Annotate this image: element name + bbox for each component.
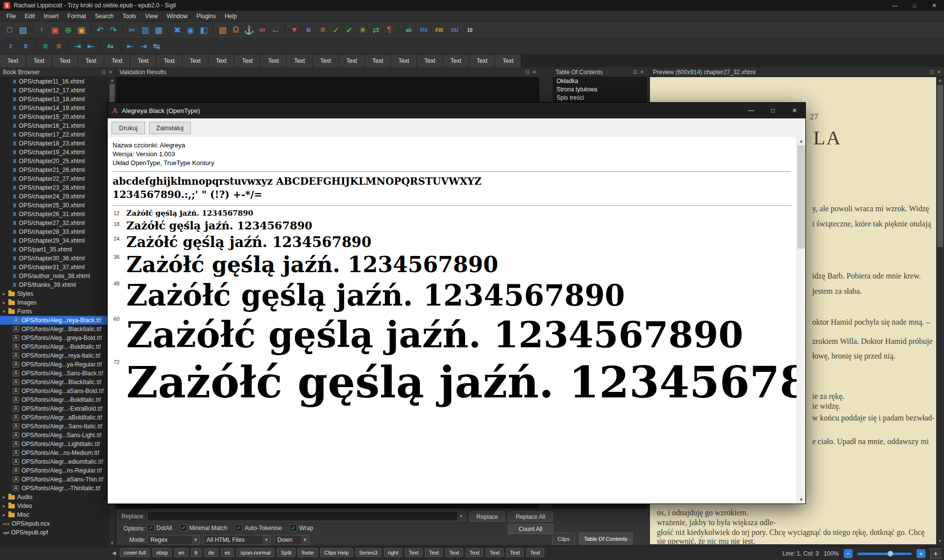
chevron-down-icon[interactable]: ▼	[263, 535, 270, 544]
spellcheck-icon[interactable]: ✓	[329, 24, 343, 37]
bullet-list-icon[interactable]: ≡	[52, 40, 65, 53]
remove-link-icon[interactable]: ←	[269, 24, 282, 37]
insert-link-icon[interactable]: ∞	[256, 24, 269, 37]
clip-button-cover-full[interactable]: cover-full	[120, 548, 150, 557]
tree-item[interactable]: AOPS/fonts/Alegr...BlackItalic.ttf	[0, 378, 109, 387]
tree-item[interactable]: XOPS/chapter11_16.xhtml	[0, 77, 109, 86]
close-panel-icon[interactable]: ✕	[532, 69, 536, 75]
tab-text[interactable]: Text	[0, 55, 26, 67]
copy-icon[interactable]: ▥	[139, 24, 152, 37]
tree-item[interactable]: XOPS/author_note_38.xhtml	[0, 272, 109, 280]
tree-item[interactable]: XOPS/chapter25_30.xhtml	[0, 201, 109, 210]
menu-help[interactable]: Help	[220, 11, 241, 21]
expand-arrow-icon[interactable]: ▸	[3, 504, 8, 508]
clip-button-right[interactable]: right	[384, 548, 402, 557]
clip-button-split[interactable]: Split	[277, 548, 295, 557]
fix-encoding-icon[interactable]: FIX	[432, 24, 447, 37]
count-all-button[interactable]: Count All	[508, 524, 553, 534]
add-item-icon[interactable]: ⊕	[61, 24, 75, 37]
replace-button[interactable]: Replace	[470, 511, 505, 522]
float-panel-icon[interactable]: ⊡	[633, 69, 637, 75]
toc-item[interactable]: Okładka	[553, 77, 647, 85]
tree-item[interactable]: XOPS/chapter22_27.xhtml	[0, 174, 109, 183]
tree-item[interactable]: XOPS/chapter15_20.xhtml	[0, 112, 109, 121]
delete-icon[interactable]: ✖	[171, 24, 184, 37]
tab-text[interactable]: Text	[208, 55, 235, 67]
preview-scrollbar[interactable]: ▲ ▼	[936, 77, 944, 544]
clip-button-span-normal[interactable]: span-normal	[236, 548, 274, 557]
files-select[interactable]: All HTML Files▼	[203, 535, 271, 545]
add-existing-file-icon[interactable]: ↑	[35, 24, 48, 37]
tab-text[interactable]: Text	[235, 55, 261, 67]
tree-item[interactable]: ncxOPS/epub.ncx	[0, 519, 109, 528]
tree-item[interactable]: AOPS/fonts/Alegr...Sans-Italic.ttf	[0, 422, 109, 431]
expand-arrow-icon[interactable]: ▸	[3, 300, 8, 305]
scroll-thumb[interactable]	[797, 145, 805, 249]
tree-item[interactable]: XOPS/chapter16_21.xhtml	[0, 121, 109, 130]
tree-item[interactable]: XOPS/chapter29_34.xhtml	[0, 236, 109, 245]
minimize-icon[interactable]: —	[885, 0, 905, 11]
install-button[interactable]: Zainstaluj	[149, 122, 191, 134]
menu-insert[interactable]: Insert	[39, 11, 63, 21]
donate-heart-icon[interactable]: ♥	[288, 24, 301, 37]
scroll-thumb[interactable]	[937, 85, 943, 247]
change-case-icon[interactable]: ab	[401, 24, 416, 37]
tree-item[interactable]: XOPS/chapter20_25.xhtml	[0, 157, 109, 166]
menu-plugins[interactable]: Plugins	[192, 11, 220, 21]
align-text-icon[interactable]: ≡	[39, 40, 52, 53]
clip-button-es[interactable]: es	[221, 548, 235, 557]
tab-text[interactable]: Text	[443, 55, 469, 67]
tree-item[interactable]: XOPS/thanks_39.xhtml	[0, 280, 109, 289]
tab-text[interactable]: Text	[130, 55, 156, 67]
cut-icon[interactable]: ✂	[125, 24, 139, 37]
tree-item[interactable]: XOPS/chapter30_36.xhtml	[0, 254, 109, 263]
tree-item[interactable]: XOPS/chapter13_18.xhtml	[0, 95, 109, 104]
option-auto-tokenise[interactable]: ✓Auto-Tokenise	[235, 524, 282, 532]
chevron-down-icon[interactable]: ▼	[301, 535, 309, 544]
scroll-up-icon[interactable]: ▲	[936, 78, 944, 83]
tree-item[interactable]: XOPS/chapter17_22.xhtml	[0, 130, 109, 139]
cursor-to-start-icon[interactable]: ⇤	[123, 40, 137, 53]
special-character-icon[interactable]: Ω	[229, 24, 242, 37]
zoom-slider[interactable]	[857, 553, 912, 555]
tree-item[interactable]: AOPS/fonts/Alegr...-ThinItalic.ttf	[0, 484, 109, 493]
clip-button-clips-help[interactable]: Clips Help	[320, 548, 353, 557]
tree-item[interactable]: AOPS/fonts/Aleg...greya-Bold.ttf	[0, 334, 109, 342]
maximize-icon[interactable]: □	[905, 0, 924, 11]
redo-icon[interactable]: ↷	[107, 24, 120, 37]
close-panel-icon[interactable]: ✕	[109, 69, 113, 75]
clip-button-text[interactable]: Text	[405, 548, 422, 557]
tab-text[interactable]: Text	[52, 55, 78, 67]
mode-select[interactable]: Regex▼	[147, 535, 200, 545]
tree-item[interactable]: XOPS/part1_35.xhtml	[0, 245, 109, 254]
validate-epub-icon[interactable]: ✳	[356, 24, 369, 37]
insert-image-icon[interactable]: ▧	[216, 24, 229, 37]
tree-item[interactable]: AOPS/fonts/Aleg...Sans-Black.ttf	[0, 369, 109, 378]
font-viewer-scrollbar[interactable]: ▲ ▼	[796, 137, 805, 504]
tree-item[interactable]: AOPS/fonts/Alegr...-BoldItalic.ttf	[0, 395, 109, 404]
maximize-icon[interactable]: □	[762, 103, 784, 118]
tree-item[interactable]: XOPS/chapter19_24.xhtml	[0, 148, 109, 157]
tree-item[interactable]: AOPS/fonts/Alegr...LightItalic.ttf	[0, 440, 109, 448]
tree-item[interactable]: AOPS/fonts/Aleg...aSans-Bold.ttf	[0, 387, 109, 395]
tab-text[interactable]: Text	[287, 55, 313, 67]
toc-item[interactable]: Strona tytułowa	[553, 85, 647, 94]
tree-item[interactable]: XOPS/chapter12_17.xhtml	[0, 86, 109, 95]
tree-item[interactable]: ▸Misc	[0, 510, 109, 519]
tab-text[interactable]: Text	[365, 55, 391, 67]
tree-item[interactable]: opfOPS/epub.opf	[0, 528, 109, 537]
toc-dock-tab[interactable]: Table Of Contents	[579, 532, 633, 545]
save-as-icon[interactable]: ▣	[75, 24, 88, 37]
checkbox-checked-icon[interactable]: ✓	[290, 524, 297, 532]
clip-button-en[interactable]: en	[174, 548, 188, 557]
tab-text[interactable]: Text	[417, 55, 443, 67]
float-panel-icon[interactable]: ⊡	[101, 69, 105, 75]
tree-item[interactable]: XOPS/chapter18_23.xhtml	[0, 139, 109, 148]
clip-button-text[interactable]: Text	[466, 548, 483, 557]
scroll-up-icon[interactable]: ▲	[109, 78, 116, 83]
zoom-out-icon[interactable]: −	[844, 549, 853, 558]
checkbox-checked-icon[interactable]: ✓	[235, 524, 242, 532]
tab-text[interactable]: Text	[78, 55, 104, 67]
reports-icon[interactable]: ≡	[316, 24, 329, 37]
close-panel-icon[interactable]: ✕	[640, 69, 644, 75]
